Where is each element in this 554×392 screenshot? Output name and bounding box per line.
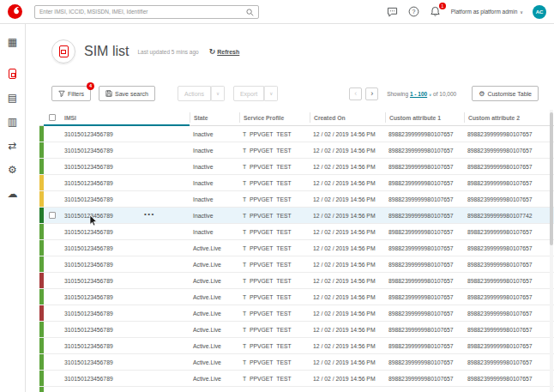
column-header-imsi[interactable]: IMSI	[61, 115, 190, 121]
imsi-link[interactable]: 310150123456789	[64, 278, 113, 284]
row-checkbox-cell	[44, 163, 61, 170]
cell-created-on: 12 / 02 / 2019 14:56 PM	[310, 229, 385, 235]
cell-custom-attribute-2: 89882399999980107657	[464, 180, 546, 186]
export-chevron-icon[interactable]: ∨	[264, 86, 278, 101]
column-header-state[interactable]: State	[190, 112, 239, 123]
imsi-link[interactable]: 310150123456789	[64, 311, 113, 317]
vodafone-logo[interactable]	[8, 4, 22, 19]
sim-page-icon	[51, 39, 75, 63]
cell-state: Active.Live	[190, 376, 239, 382]
next-page-button[interactable]: ›	[365, 87, 378, 100]
table-row[interactable]: 310150123456789 ••• Active.Live T_PPVGET…	[39, 322, 554, 338]
sidebar-item-dashboard[interactable]: ▦	[0, 31, 26, 53]
imsi-link[interactable]: 310150123456789	[64, 164, 113, 170]
imsi-link[interactable]: 310150123456789	[64, 148, 113, 154]
save-search-button[interactable]: Save search	[99, 86, 155, 101]
imsi-link[interactable]: 310150123456789	[64, 262, 113, 268]
imsi-link[interactable]: 310150123456789	[64, 196, 113, 202]
document-icon: ▥	[8, 116, 17, 128]
actions-button[interactable]: Actions	[178, 86, 211, 101]
cell-service-profile: T_PPVGET_TEST	[239, 148, 310, 154]
cell-custom-attribute-1: 89882399999980107657	[385, 229, 464, 235]
sidebar-item-sim-list[interactable]	[0, 63, 26, 85]
sidebar-item-downloads[interactable]: ☁	[0, 183, 26, 205]
total-count: 10,000	[439, 91, 456, 97]
column-header-custom-attribute-2[interactable]: Custom attribute 2	[464, 112, 546, 123]
cell-state: Active.Live	[190, 311, 239, 317]
bell-icon[interactable]: 1	[430, 6, 442, 18]
sidebar-item-sim-swap[interactable]: ⇄	[0, 135, 26, 157]
table-row[interactable]: 310150123456789 ••• Active.Live T_PPVGET…	[39, 256, 554, 273]
row-checkbox-cell	[44, 326, 61, 333]
sidebar-item-reports[interactable]: ▤	[0, 87, 26, 109]
cell-service-profile: T_PPVGET_TEST	[239, 213, 310, 219]
page-range-dropdown[interactable]: 1 - 100	[410, 91, 427, 97]
table-row[interactable]: 310150123456789 ••• Active.Live T_PPVGET…	[39, 240, 554, 256]
select-all-checkbox[interactable]	[49, 114, 56, 121]
report-icon: ▤	[8, 92, 17, 104]
search-input[interactable]	[39, 9, 246, 15]
actions-chevron-icon[interactable]: ∨	[211, 86, 225, 101]
export-button[interactable]: Export	[233, 86, 264, 101]
cell-custom-attribute-1: 89882399999980107657	[385, 311, 464, 317]
table-row[interactable]: 310150123456789 ••• Inactive T_PPVGET_TE…	[39, 175, 554, 191]
cloud-icon: ☁	[8, 188, 18, 200]
scrollbar-thumb[interactable]	[550, 112, 553, 245]
imsi-link[interactable]: 310150123456789	[64, 131, 113, 137]
cell-created-on: 12 / 02 / 2019 14:56 PM	[310, 343, 385, 349]
mouse-cursor-icon	[89, 215, 97, 226]
imsi-link[interactable]: 310150123456789	[64, 359, 113, 365]
table-row[interactable]: 310150123456789 ••• Active.Live T_PPVGET…	[39, 371, 554, 387]
cell-custom-attribute-2: 89882399999980107657	[464, 359, 546, 365]
cell-custom-attribute-1: 89882399999980107657	[385, 327, 464, 333]
row-checkbox-cell	[44, 359, 61, 365]
avatar[interactable]: AC	[533, 5, 546, 19]
table-row[interactable]: 310150123456789 ••• Active.Live T_PPVGET…	[39, 273, 554, 289]
help-icon[interactable]: ?	[408, 6, 420, 18]
table-row[interactable]: 310150123456789 ••• Active.Live T_PPVGET…	[39, 338, 554, 354]
cell-custom-attribute-1: 89882399999980107657	[385, 131, 464, 137]
refresh-button[interactable]: ↻ Refresh	[209, 47, 240, 56]
imsi-link[interactable]: 310150123456789	[64, 294, 113, 300]
table-row[interactable]: 310150123456789 ••• Active.Live T_PPVGET…	[39, 354, 554, 371]
column-header-created-on[interactable]: Created On	[310, 112, 385, 123]
filters-button[interactable]: Filters 4	[51, 86, 91, 101]
column-header-service-profile[interactable]: Service Profile	[239, 112, 310, 123]
table-row[interactable]: 310150123456789 ••• Inactive T_PPVGET_TE…	[39, 224, 554, 240]
table-row[interactable]: 310150123456789 ••• Inactive T_PPVGET_TE…	[39, 159, 554, 175]
row-checkbox-cell	[44, 228, 61, 235]
customise-table-button[interactable]: ⚙ Customise Table	[472, 86, 539, 101]
cell-imsi: 310150123456789	[61, 327, 190, 333]
table-row[interactable]: 310150123456789 ••• Active.Live T_PPVGET…	[39, 305, 554, 322]
table-row[interactable]: 310150123456789 ••• Inactive T_PPVGET_TE…	[39, 191, 554, 208]
table-row[interactable]: 310150123456789 ••• Active.Live T_PPVGET…	[39, 289, 554, 305]
imsi-link[interactable]: 310150123456789	[64, 327, 113, 333]
cell-service-profile: T_PPVGET_TEST	[239, 262, 310, 268]
cell-custom-attribute-2: 89882399999980107657	[464, 327, 546, 333]
sidebar-item-settings[interactable]: ⚙	[0, 159, 26, 181]
cell-created-on: 12 / 02 / 2019 14:56 PM	[310, 131, 385, 137]
cell-service-profile: T_PPVGET_TEST	[239, 245, 310, 251]
cell-created-on: 12 / 02 / 2019 14:56 PM	[310, 180, 385, 186]
row-checkbox[interactable]	[49, 212, 56, 219]
imsi-link[interactable]: 310150123456789	[64, 229, 113, 235]
cell-state: Active.Live	[190, 245, 239, 251]
previous-page-button[interactable]: ‹	[349, 87, 362, 100]
sim-card-icon	[59, 45, 69, 57]
imsi-link[interactable]: 310150123456789	[64, 343, 113, 349]
imsi-link[interactable]: 310150123456789	[64, 376, 113, 382]
imsi-link[interactable]: 310150123456789	[64, 245, 113, 251]
table-row[interactable]: 310150123456789 ••• Inactive T_PPVGET_TE…	[39, 126, 554, 142]
chat-icon[interactable]	[387, 6, 399, 18]
imsi-link[interactable]: 310150123456789	[64, 180, 113, 186]
table-row[interactable]: 310150123456789 ••• Inactive T_PPVGET_TE…	[39, 142, 554, 159]
cell-service-profile: T_PPVGET_TEST	[239, 196, 310, 202]
search-icon[interactable]	[246, 4, 254, 20]
sidebar-item-documents[interactable]: ▥	[0, 111, 26, 133]
role-selector[interactable]: Platform as platform admin ∨	[451, 9, 523, 15]
cell-imsi: 310150123456789	[61, 164, 190, 170]
row-actions-menu-icon[interactable]: •••	[144, 210, 155, 218]
column-header-custom-attribute-1[interactable]: Custom attribute 1	[385, 112, 464, 123]
table-row[interactable]: 310150123456789 ••• Active.Live T_PPVGET…	[39, 387, 554, 392]
table-row[interactable]: 310150123456789 ••• Inactive T_PPVGET_TE…	[39, 208, 554, 224]
